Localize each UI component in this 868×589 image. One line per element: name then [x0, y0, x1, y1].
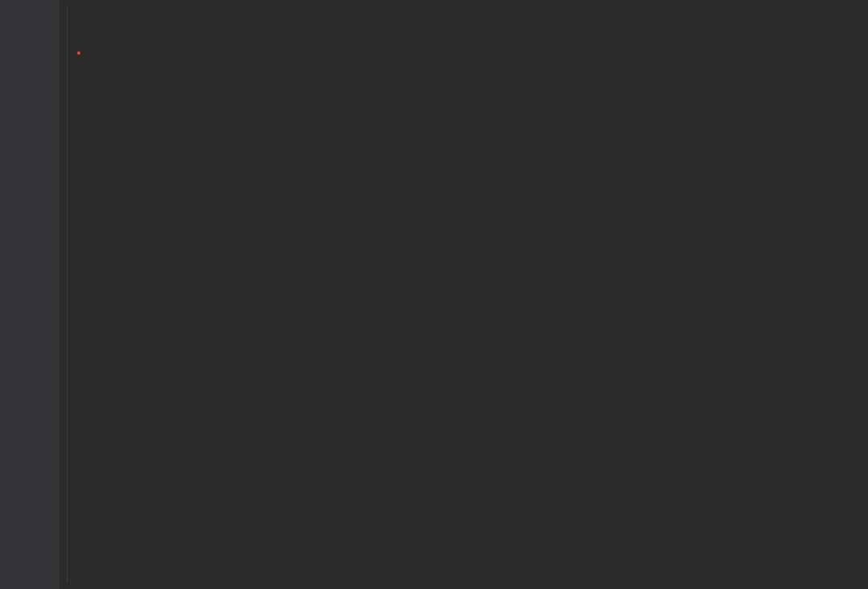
line-number-gutter	[0, 0, 59, 589]
fold-region[interactable]	[59, 0, 76, 589]
code-editor[interactable]	[0, 0, 868, 589]
fold-bar	[67, 6, 68, 583]
annotation-highlight-box	[77, 51, 80, 55]
code-area[interactable]	[76, 0, 868, 589]
